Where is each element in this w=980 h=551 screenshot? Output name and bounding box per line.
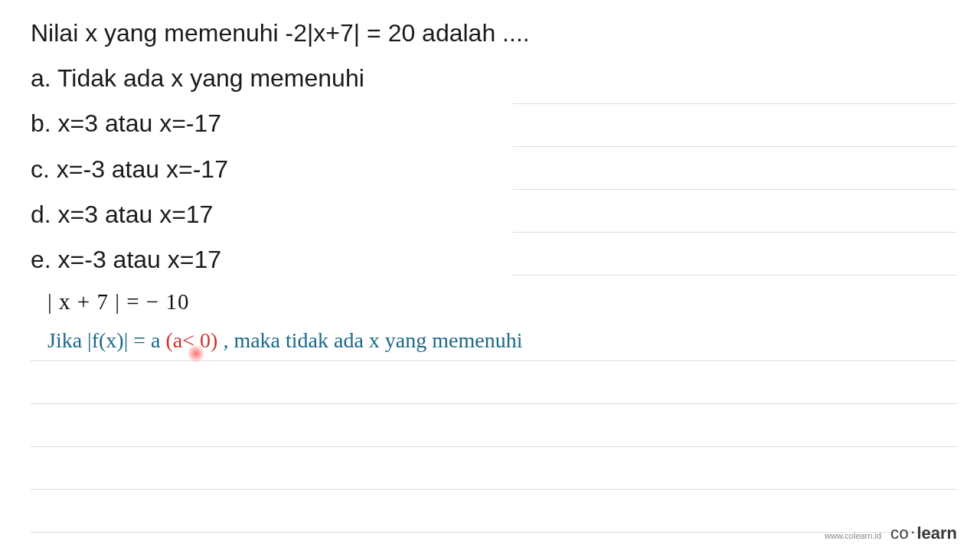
footer-url: www.colearn.id (825, 531, 881, 540)
footer: www.colearn.id co·learn (825, 523, 957, 543)
work-line-2-pre: Jika |f(x)| = a (47, 328, 166, 352)
work-line-1: | x + 7 | = − 10 (47, 283, 949, 321)
work-line-2: Jika |f(x)| = a (a< 0) , maka tidak ada … (47, 322, 949, 359)
handwritten-work: | x + 7 | = − 10 Jika |f(x)| = a (a< 0) … (47, 283, 949, 359)
work-line-2-post: , maka tidak ada x yang memenuhi (217, 328, 522, 352)
work-condition-highlight: (a< 0) (166, 322, 218, 359)
question-text: Nilai x yang memenuhi -2|x+7| = 20 adala… (31, 11, 949, 56)
brand-logo: co·learn (890, 523, 957, 543)
